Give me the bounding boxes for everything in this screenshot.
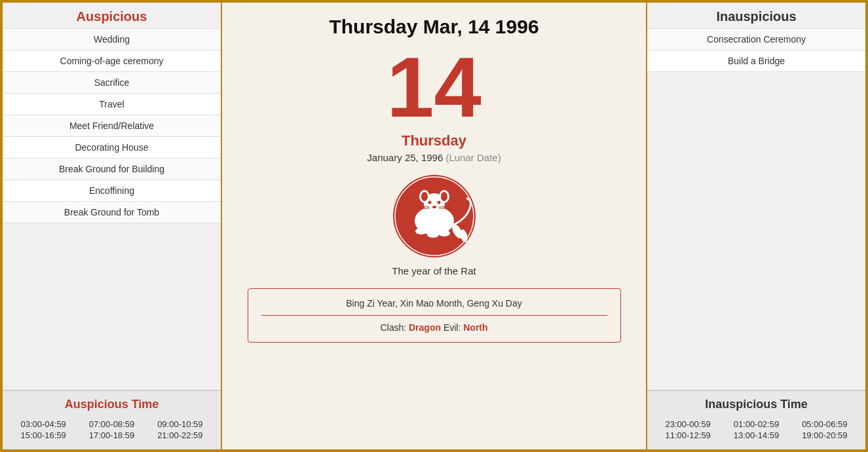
rat-emblem bbox=[392, 174, 477, 259]
clash-info: Clash: Dragon Evil: North bbox=[261, 322, 607, 333]
time-slot: 03:00-04:59 bbox=[9, 419, 77, 429]
list-item: Encoffining bbox=[3, 180, 221, 202]
svg-point-9 bbox=[437, 201, 440, 204]
auspicious-section: Auspicious WeddingComing-of-age ceremony… bbox=[3, 3, 221, 390]
list-item: Meet Friend/Relative bbox=[3, 115, 221, 137]
bazi-text: Bing Zi Year, Xin Mao Month, Geng Xu Day bbox=[261, 298, 607, 316]
auspicious-time-header: Auspicious Time bbox=[3, 391, 221, 415]
list-item: Sacrifice bbox=[3, 72, 221, 94]
svg-point-7 bbox=[441, 192, 447, 201]
time-slot: 13:00-14:59 bbox=[722, 430, 790, 440]
svg-point-17 bbox=[438, 230, 450, 236]
list-item: Coming-of-age ceremony bbox=[3, 50, 221, 72]
inauspicious-section: Inauspicious Consecration CeremonyBuild … bbox=[647, 3, 865, 390]
auspicious-header: Auspicious bbox=[3, 3, 221, 29]
inauspicious-time-section: Inauspicious Time 23:00-00:5901:00-02:59… bbox=[647, 390, 865, 449]
time-slot: 07:00-08:59 bbox=[77, 419, 145, 429]
time-slot: 21:00-22:59 bbox=[146, 430, 214, 440]
evil-direction: North bbox=[463, 322, 487, 333]
time-slot: 19:00-20:59 bbox=[791, 430, 859, 440]
time-slot: 17:00-18:59 bbox=[77, 430, 145, 440]
list-item: Break Ground for Building bbox=[3, 159, 221, 180]
time-slot: 15:00-16:59 bbox=[9, 430, 77, 440]
list-item: Decorating House bbox=[3, 137, 221, 159]
list-item: Wedding bbox=[3, 29, 221, 50]
list-item: Build a Bridge bbox=[647, 50, 865, 72]
svg-point-15 bbox=[415, 228, 427, 235]
list-item: Break Ground for Tomb bbox=[3, 202, 221, 223]
center-panel: Thursday Mar, 14 1996 14 Thursday Januar… bbox=[222, 3, 646, 449]
list-item: Consecration Ceremony bbox=[647, 29, 865, 50]
auspicious-list: WeddingComing-of-age ceremonySacrificeTr… bbox=[3, 29, 221, 390]
svg-point-8 bbox=[428, 201, 431, 204]
evil-label: Evil: bbox=[443, 322, 463, 333]
auspicious-time-grid: 03:00-04:5907:00-08:5909:00-10:5915:00-1… bbox=[3, 415, 221, 444]
time-slot: 01:00-02:59 bbox=[722, 419, 790, 429]
inauspicious-time-grid: 23:00-00:5901:00-02:5905:00-06:5911:00-1… bbox=[647, 415, 865, 444]
left-panel: Auspicious WeddingComing-of-age ceremony… bbox=[3, 3, 222, 449]
day-name: Thursday bbox=[402, 132, 466, 149]
time-slot: 11:00-12:59 bbox=[654, 430, 722, 440]
svg-point-10 bbox=[432, 206, 436, 208]
lunar-date-value: January 25, 1996 bbox=[367, 152, 443, 163]
lunar-label: (Lunar Date) bbox=[445, 152, 500, 163]
time-slot: 05:00-06:59 bbox=[791, 419, 859, 429]
lunar-date: January 25, 1996 (Lunar Date) bbox=[367, 152, 500, 163]
inauspicious-header: Inauspicious bbox=[647, 3, 865, 29]
info-box: Bing Zi Year, Xin Mao Month, Geng Xu Day… bbox=[248, 288, 621, 343]
inauspicious-list: Consecration CeremonyBuild a Bridge bbox=[647, 29, 865, 72]
list-item: Travel bbox=[3, 94, 221, 115]
main-date-title: Thursday Mar, 14 1996 bbox=[329, 16, 538, 38]
day-number: 14 bbox=[387, 45, 481, 130]
time-slot: 23:00-00:59 bbox=[654, 419, 722, 429]
auspicious-time-section: Auspicious Time 03:00-04:5907:00-08:5909… bbox=[3, 390, 221, 449]
right-panel: Inauspicious Consecration CeremonyBuild … bbox=[646, 3, 865, 449]
time-slot: 09:00-10:59 bbox=[146, 419, 214, 429]
svg-point-16 bbox=[427, 231, 439, 238]
svg-point-6 bbox=[421, 192, 428, 201]
clash-label: Clash: bbox=[380, 322, 406, 333]
inauspicious-time-header: Inauspicious Time bbox=[647, 391, 865, 415]
year-animal-label: The year of the Rat bbox=[392, 265, 476, 276]
clash-animal: Dragon bbox=[409, 322, 441, 333]
